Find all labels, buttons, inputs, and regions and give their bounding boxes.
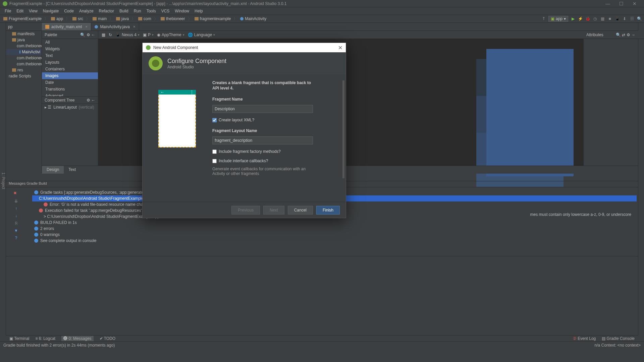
android-studio-icon xyxy=(146,45,151,50)
layout-name-input[interactable] xyxy=(212,136,313,144)
layout-name-label: Fragment Layout Name xyxy=(212,128,336,133)
template-description: Creates a blank fragment that is compati… xyxy=(212,80,316,91)
factory-checkbox[interactable] xyxy=(212,149,217,154)
dialog-subheading: Android Studio xyxy=(167,65,226,69)
template-preview: ←⋮ xyxy=(149,80,206,196)
callbacks-label: Include interface callbacks? xyxy=(219,159,268,163)
dialog-close-button[interactable]: ✕ xyxy=(338,45,342,51)
create-layout-label: Create layout XML? xyxy=(219,118,254,122)
menu-dots-icon: ⋮ xyxy=(190,90,194,95)
dialog-scrollbar[interactable] xyxy=(342,80,344,178)
callbacks-checkbox[interactable] xyxy=(212,159,217,163)
new-component-dialog: New Android Component ✕ Configure Compon… xyxy=(142,43,346,218)
back-arrow-icon: ← xyxy=(160,90,164,95)
fragment-name-label: Fragment Name xyxy=(212,97,336,102)
fragment-name-input[interactable] xyxy=(212,105,313,113)
dialog-title-bar[interactable]: New Android Component ✕ xyxy=(143,43,346,52)
previous-button[interactable]: Previous xyxy=(231,206,260,215)
cancel-button[interactable]: Cancel xyxy=(288,206,313,215)
create-layout-checkbox[interactable] xyxy=(212,118,217,122)
android-icon xyxy=(149,56,163,70)
finish-button[interactable]: Finish xyxy=(316,206,340,215)
dialog-title: New Android Component xyxy=(153,45,198,50)
factory-label: Include fragment factory methods? xyxy=(219,149,281,154)
next-button[interactable]: Next xyxy=(263,206,284,215)
modal-overlay: New Android Component ✕ Configure Compon… xyxy=(0,0,644,349)
dialog-heading: Configure Component xyxy=(167,58,226,65)
callbacks-hint: Generate event callbacks for communicati… xyxy=(212,167,316,176)
dialog-buttons: Previous Next Cancel Finish xyxy=(143,202,346,218)
dialog-banner: Configure Component Android Studio xyxy=(143,52,346,74)
